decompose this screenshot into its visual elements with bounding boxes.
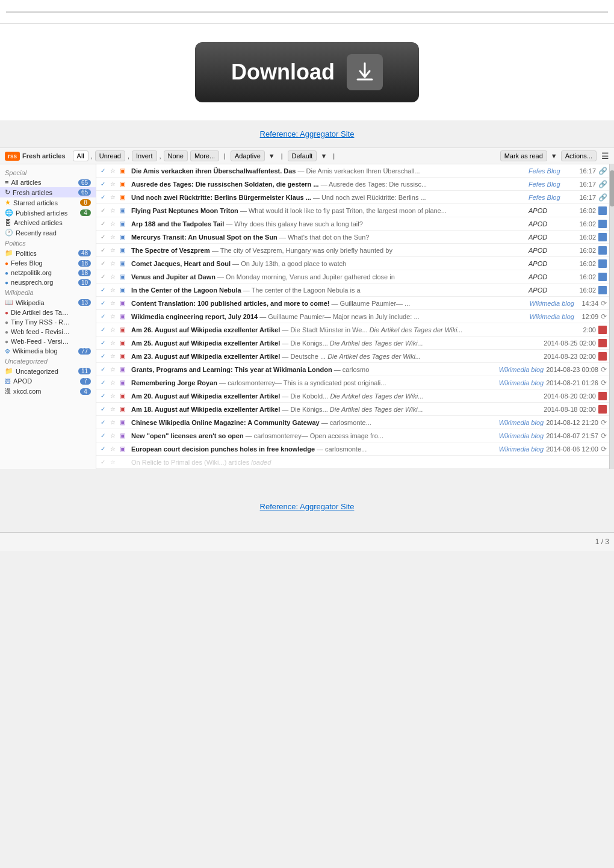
share-icon-21[interactable]: ⟳ [601,445,607,453]
check-icon-3[interactable]: ✓ [99,206,107,215]
table-row[interactable]: ✓ ☆ ▣ Remembering Jorge Royan — carlosmo… [96,376,609,389]
table-row[interactable]: ✓ ☆ ▣ Ausrede des Tages: Die russischen … [96,178,609,191]
article-title-6[interactable]: The Spectre of Veszprem — The city of Ve… [131,247,524,254]
article-title-12[interactable]: Am 26. August auf Wikipedia exzellenter … [131,326,572,333]
check-icon-13[interactable]: ✓ [99,339,107,347]
article-box-5[interactable] [598,233,607,241]
sidebar-item-published-articles[interactable]: 🌐 Published articles 4 [0,208,96,218]
table-row[interactable]: ✓ ☆ ▣ Mercurys Transit: An Unusual Spot … [96,231,609,244]
sidebar-item-archived-articles[interactable]: 🗄 Archived articles [0,218,96,228]
star-icon-8[interactable]: ☆ [108,273,117,281]
article-title-20[interactable]: New "open" licenses aren't so open — car… [131,432,494,439]
check-icon-10[interactable]: ✓ [99,299,107,308]
check-icon-9[interactable]: ✓ [99,286,107,294]
article-title-19[interactable]: Chinese Wikipedia Online Magazine: A Com… [131,419,494,426]
sidebar-item-fresh-articles[interactable]: ↻ Fresh articles 65 [0,187,96,197]
star-icon-18[interactable]: ☆ [108,405,117,414]
star-icon-12[interactable]: ☆ [108,326,117,334]
article-title-1[interactable]: Ausrede des Tages: Die russischen Soldat… [131,181,524,188]
article-box-9[interactable] [598,286,607,294]
sidebar-item-apod[interactable]: 🖼 APOD 7 [0,376,96,386]
table-row[interactable]: ✓ ☆ ▣ Am 26. August auf Wikipedia exzell… [96,323,609,336]
filter-unread-btn[interactable]: Unread [95,150,125,161]
article-box-6[interactable] [598,246,607,255]
share-icon-10[interactable]: ⟳ [601,299,607,308]
sidebar-item-neusprech[interactable]: ● neusprech.org 10 [0,277,96,287]
article-box-12[interactable] [598,326,607,334]
article-title-4[interactable]: Arp 188 and the Tadpoles Tail — Why does… [131,220,524,228]
sidebar-item-netzpolitik[interactable]: ● netzpolitik.org 18 [0,268,96,277]
star-icon-21[interactable]: ☆ [108,445,117,453]
check-icon-5[interactable]: ✓ [99,233,107,241]
table-row[interactable]: ✓ ☆ ▣ Wikimedia engineering report, July… [96,310,609,323]
table-row[interactable]: ✓ ☆ ▣ Arp 188 and the Tadpoles Tail — Wh… [96,217,609,231]
star-icon-15[interactable]: ☆ [108,365,117,374]
check-icon-2[interactable]: ✓ [99,193,107,202]
article-title-13[interactable]: Am 25. August auf Wikipedia exzellenter … [131,339,541,347]
sidebar-item-ttyrss[interactable]: ● Tiny Tiny RSS - Revision his... [0,317,96,327]
article-box-13[interactable] [598,339,607,347]
sidebar-item-wikimedia-blog[interactable]: ⚙ Wikimedia blog 77 [0,346,96,356]
table-row[interactable]: ✓ ☆ ▣ Grants, Programs and Learning: Thi… [96,363,609,376]
sidebar-item-uncategorized[interactable]: 📁 Uncategorized 11 [0,366,96,376]
mark-as-read-btn[interactable]: Mark as read [500,150,547,161]
star-icon-3[interactable]: ☆ [108,206,117,215]
check-icon-18[interactable]: ✓ [99,405,107,414]
article-title-7[interactable]: Comet Jacques, Heart and Soul — On July … [131,260,524,267]
star-icon-13[interactable]: ☆ [108,339,117,347]
table-row[interactable]: ✓ ☆ ▣ Am 20. August auf Wikipedia exzell… [96,389,609,403]
star-icon-4[interactable]: ☆ [108,220,117,228]
table-row[interactable]: ✓ ☆ ▣ Am 23. August auf Wikipedia exzell… [96,350,609,363]
star-icon-14[interactable]: ☆ [108,352,117,361]
article-title-0[interactable]: Die Amis verkacken ihren Überschallwaffe… [131,167,524,175]
check-icon-20[interactable]: ✓ [99,432,107,440]
article-box-8[interactable] [598,273,607,281]
article-star-2[interactable]: 🔗 [598,193,607,202]
sidebar-item-politics[interactable]: 📁 Politics 48 [0,248,96,258]
reference-anchor-top[interactable]: Reference: Aggregator Site [260,129,355,138]
article-title-10[interactable]: Content Translation: 100 published artic… [131,300,525,307]
article-box-18[interactable] [598,405,607,414]
star-icon-5[interactable]: ☆ [108,233,117,241]
article-title-9[interactable]: In the Center of the Lagoon Nebula — The… [131,287,524,294]
check-icon-15[interactable]: ✓ [99,365,107,374]
check-icon-17[interactable]: ✓ [99,392,107,400]
sidebar-item-webfeed-versions[interactable]: ● Web-Feed - Versionsgesch... [0,336,96,346]
article-star-0[interactable]: 🔗 [598,167,607,175]
scrollbar[interactable] [609,164,614,469]
scrollbar-thumb[interactable] [610,170,614,206]
filter-all-btn[interactable]: All [73,150,88,161]
sidebar-item-xkcd[interactable]: 漫 xkcd.com 4 [0,386,96,397]
sidebar-item-starred-articles[interactable]: ★ Starred articles 8 [0,197,96,208]
table-row[interactable]: ✓ ☆ ▣ Am 25. August auf Wikipedia exzell… [96,336,609,350]
article-star-1[interactable]: 🔗 [598,180,607,188]
filter-more-btn[interactable]: More... [190,150,219,161]
reference-anchor-bottom[interactable]: Reference: Aggregator Site [260,502,355,511]
share-icon-16[interactable]: ⟳ [601,379,607,387]
share-icon-11[interactable]: ⟳ [601,312,607,321]
share-icon-20[interactable]: ⟳ [601,432,607,440]
sidebar-item-recently-read[interactable]: 🕐 Recently read [0,228,96,238]
check-icon-21[interactable]: ✓ [99,445,107,453]
article-title-5[interactable]: Mercurys Transit: An Unusual Spot on the… [131,234,524,241]
article-title-8[interactable]: Venus and Jupiter at Dawn — On Monday mo… [131,273,524,281]
table-row[interactable]: ✓ ☆ ▣ Die Amis verkacken ihren Überschal… [96,164,609,178]
star-icon-16[interactable]: ☆ [108,379,117,387]
filter-default-btn[interactable]: Default [288,150,317,161]
article-box-14[interactable] [598,352,607,361]
table-row[interactable]: ✓ ☆ ▣ New "open" licenses aren't so open… [96,429,609,442]
article-title-14[interactable]: Am 23. August auf Wikipedia exzellenter … [131,353,541,360]
article-box-4[interactable] [598,220,607,228]
star-icon-1[interactable]: ☆ [108,180,117,188]
filter-none-btn[interactable]: None [164,150,188,161]
check-icon-16[interactable]: ✓ [99,379,107,387]
star-icon-20[interactable]: ☆ [108,432,117,440]
article-box-17[interactable] [598,392,607,400]
article-box-7[interactable] [598,259,607,268]
check-icon-11[interactable]: ✓ [99,312,107,321]
table-row[interactable]: ✓ ☆ ▣ Comet Jacques, Heart and Soul — On… [96,257,609,270]
star-icon-10[interactable]: ☆ [108,299,117,308]
sidebar-item-all-articles[interactable]: ≡ All articles 65 [0,178,96,187]
download-button[interactable]: Download [195,42,419,102]
article-title-3[interactable]: Flying Past Neptunes Moon Triton — What … [131,207,524,214]
